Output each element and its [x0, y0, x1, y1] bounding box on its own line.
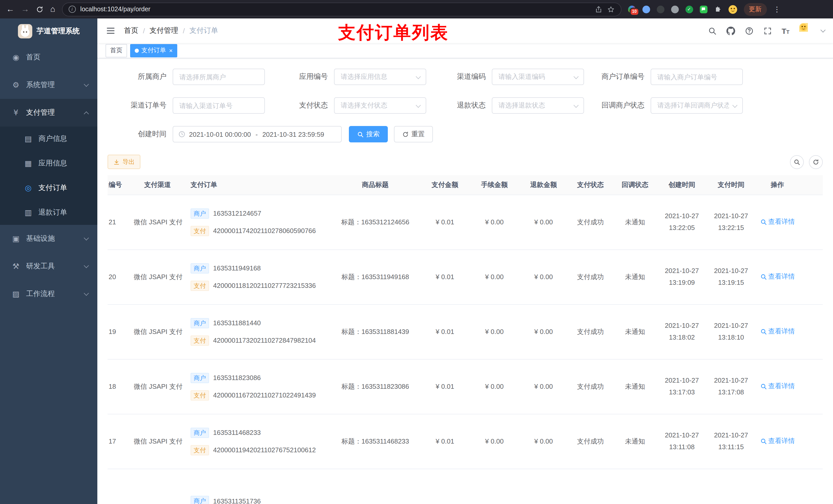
filter-pay-status: 支付状态 请选择支付状态	[265, 97, 426, 114]
channel-code-select[interactable]: 请输入渠道编码	[492, 69, 584, 85]
date-range-picker[interactable]: 2021-10-01 00:00:00 - 2021-10-31 23:59:5…	[173, 126, 342, 142]
notify-status-select[interactable]: 请选择订单回调商户状态	[651, 97, 743, 114]
merchant-tag: 商户	[191, 208, 209, 218]
toggle-search-button[interactable]	[790, 155, 804, 169]
pay-order-line: 支付 4200001173202110272847982104	[191, 335, 329, 345]
filter-row-1: 所属商户 应用编号 请选择应用信息 渠道编码 请输入渠道编码	[108, 69, 823, 85]
extension-dark-icon[interactable]	[657, 5, 664, 13]
cell-title: 标题：1635311949168	[330, 249, 420, 304]
column-title: 商品标题	[330, 175, 420, 195]
breadcrumb-payment[interactable]: 支付管理	[149, 26, 178, 35]
cell-spacer	[799, 359, 823, 414]
help-icon[interactable]	[745, 26, 753, 35]
search-icon[interactable]	[708, 26, 716, 35]
view-detail-link[interactable]: 查看详情	[760, 217, 795, 226]
extension-drop-icon[interactable]	[642, 5, 650, 13]
share-icon[interactable]	[595, 5, 602, 13]
tags-view: 首页 支付订单 ×	[97, 43, 833, 58]
sidebar-item-app-info[interactable]: ▦ 应用信息	[0, 151, 97, 176]
cell-notify	[613, 469, 657, 504]
table-header-row: 编号 支付渠道 支付订单 商品标题 支付金额 手续金额 退款金额 支付状态 回调…	[108, 175, 823, 195]
cell-actions: 查看详情	[756, 469, 799, 504]
title-value: 1635312124656	[361, 218, 409, 225]
sidebar-item-refund-order[interactable]: ▥ 退款订单	[0, 200, 97, 225]
grid-icon: ▦	[23, 159, 34, 168]
sidebar-item-pay-order[interactable]: ◎ 支付订单	[0, 176, 97, 200]
pay-order-no: 4200001167202110271022491439	[213, 391, 316, 399]
sidebar-item-merchant-info[interactable]: ▤ 商户信息	[0, 126, 97, 151]
refresh-table-button[interactable]	[809, 155, 823, 169]
pay-tag: 支付	[191, 445, 209, 455]
sidebar-item-payment[interactable]: ¥ 支付管理	[0, 99, 97, 126]
merchant-order-no-input[interactable]	[651, 69, 743, 85]
logo[interactable]: 芋道管理系统	[0, 19, 97, 44]
bookmark-star-icon[interactable]	[607, 5, 615, 13]
vue-devtools-icon[interactable]: ✓	[685, 5, 693, 13]
avatar-caret-icon[interactable]	[820, 27, 826, 32]
browser-chrome: ← → ⌂ i localhost:1024/pay/order 10 ✓	[0, 0, 833, 19]
column-create-time: 创建时间	[657, 175, 707, 195]
sidebar-item-workflow[interactable]: ▨ 工作流程	[0, 280, 97, 308]
reload-icon[interactable]	[36, 5, 44, 13]
cell-channel: 微信 JSAPI 支付	[130, 359, 185, 414]
view-detail-link[interactable]: 查看详情	[760, 272, 795, 282]
user-avatar[interactable]	[799, 23, 814, 39]
cell-spacer	[799, 469, 823, 504]
extensions-puzzle-icon[interactable]	[714, 5, 721, 13]
sidebar-item-home[interactable]: ◉ 首页	[0, 44, 97, 71]
browser-menu-icon[interactable]: ⋮	[773, 5, 781, 13]
navbar-actions: TT	[708, 23, 825, 39]
table-body: 21 微信 JSAPI 支付 商户 1635312124657 支付 42000…	[108, 195, 823, 504]
fullscreen-icon[interactable]	[763, 26, 772, 35]
github-icon[interactable]	[726, 26, 735, 35]
page-annotation: 支付订单列表	[338, 21, 449, 45]
close-tab-icon[interactable]: ×	[169, 47, 173, 53]
export-button[interactable]: 导出	[108, 155, 140, 169]
browser-update-button[interactable]: 更新	[744, 3, 767, 16]
back-icon[interactable]: ←	[6, 5, 14, 13]
search-button[interactable]: 搜索	[349, 126, 388, 142]
table-row: 19 微信 JSAPI 支付 商户 1635311881440 支付 42000…	[108, 304, 823, 359]
site-info-icon[interactable]: i	[68, 6, 76, 13]
sidebar: 芋道管理系统 ◉ 首页 ⚙ 系统管理 ¥ 支付管理 ▤ 商户信息	[0, 19, 97, 504]
sidebar-item-dev-tools[interactable]: ⚒ 研发工具	[0, 253, 97, 280]
home-icon[interactable]: ⌂	[50, 5, 55, 13]
tab-pay-order[interactable]: 支付订单 ×	[130, 44, 177, 57]
tab-home[interactable]: 首页	[105, 44, 127, 57]
cell-refund: ¥ 0.00	[519, 359, 568, 414]
extension-colorful-icon[interactable]: 10	[628, 5, 636, 13]
refund-status-select[interactable]: 请选择退款状态	[492, 97, 584, 114]
filter-channel-code: 渠道编码 请输入渠道编码	[426, 69, 584, 85]
channel-order-no-input[interactable]	[173, 97, 265, 114]
pay-order-no: 4200001174202110278060590766	[213, 227, 316, 235]
pay-status-select[interactable]: 请选择支付状态	[334, 97, 426, 114]
cell-spacer	[799, 249, 823, 304]
search-icon	[760, 383, 767, 390]
app-id-select[interactable]: 请选择应用信息	[334, 69, 426, 85]
filter-create-time: 创建时间 2021-10-01 00:00:00 - 2021-10-31 23…	[108, 126, 342, 142]
cell-status: 支付成功	[568, 414, 613, 469]
forward-icon[interactable]: →	[21, 5, 29, 13]
cell-channel: 微信 JSAPI 支付	[130, 414, 185, 469]
hamburger-icon[interactable]	[105, 26, 116, 36]
column-spacer	[799, 175, 823, 195]
extensions-cluster: 10 ✓	[628, 5, 737, 14]
extension-grey-icon[interactable]	[671, 5, 679, 13]
search-icon	[760, 273, 767, 280]
chat-extension-icon[interactable]	[699, 5, 707, 13]
reset-button[interactable]: 重置	[394, 126, 433, 142]
table-row: 20 微信 JSAPI 支付 商户 1635311949168 支付 42000…	[108, 249, 823, 304]
url-bar[interactable]: i localhost:1024/pay/order	[62, 2, 621, 16]
cell-fee: ¥ 0.00	[470, 195, 519, 249]
view-detail-link[interactable]: 查看详情	[760, 382, 795, 391]
cell-id: 20	[108, 249, 130, 304]
browser-profile-avatar[interactable]	[728, 5, 737, 14]
view-detail-link[interactable]: 查看详情	[760, 327, 795, 336]
sidebar-item-system[interactable]: ⚙ 系统管理	[0, 71, 97, 99]
sidebar-item-infrastructure[interactable]: ▣ 基础设施	[0, 225, 97, 253]
merchant-input[interactable]	[173, 69, 265, 85]
font-size-icon[interactable]: TT	[782, 27, 789, 34]
view-detail-link[interactable]: 查看详情	[760, 437, 795, 446]
merchant-order-line: 商户 1635311823086	[191, 373, 329, 383]
breadcrumb-home[interactable]: 首页	[124, 26, 138, 35]
